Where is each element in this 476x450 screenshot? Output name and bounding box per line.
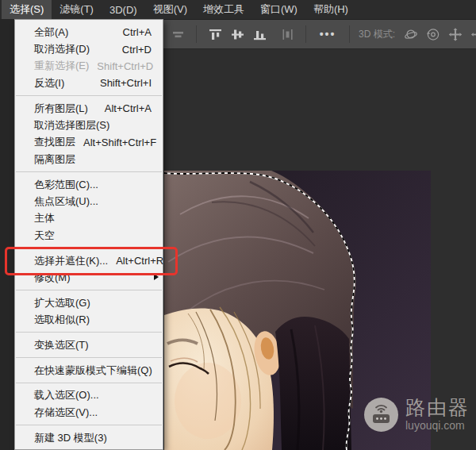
- menu-item-label: 隔离图层: [34, 152, 75, 167]
- menu-separator: [16, 383, 162, 383]
- menu-item-label: 主体: [34, 211, 55, 225]
- menu-item-shortcut: Alt+Shift+Ctrl+F: [75, 137, 156, 148]
- menu-item[interactable]: 修改(M): [15, 269, 163, 286]
- more-options-icon[interactable]: •••: [317, 27, 338, 41]
- menu-item-label: 取消选择(D): [34, 42, 90, 56]
- menu-separator: [16, 332, 162, 333]
- menu-item[interactable]: 新建 3D 模型(3): [15, 429, 163, 446]
- menu-item-label: 焦点区域(U)...: [34, 194, 98, 209]
- menu-item-label: 反选(I): [34, 76, 64, 90]
- roll-3d-icon[interactable]: [426, 27, 440, 41]
- toolbar-separator: [196, 25, 197, 43]
- watermark: 路由器 luyouqi.com: [364, 398, 470, 432]
- menu-item[interactable]: 在快速蒙版模式下编辑(Q): [15, 362, 163, 379]
- menu-item: 重新选择(E)Shift+Ctrl+D: [15, 58, 163, 75]
- photoshop-window: ••• 3D 模式:: [0, 0, 476, 450]
- menu-separator: [16, 357, 162, 358]
- menu-item[interactable]: 全部(A)Ctrl+A: [15, 24, 163, 40]
- menu-item[interactable]: 存储选区(V)...: [15, 404, 163, 421]
- menu-item-shortcut: Shift+Ctrl+D: [89, 60, 153, 72]
- router-logo-icon: [364, 398, 398, 432]
- menu-item[interactable]: 载入选区(O)...: [15, 387, 163, 404]
- align-top-edges-icon[interactable]: [208, 27, 222, 41]
- select-menu: 全部(A)Ctrl+A取消选择(D)Ctrl+D重新选择(E)Shift+Ctr…: [14, 19, 163, 450]
- menubar-item[interactable]: 选择(S): [2, 0, 52, 19]
- menu-item[interactable]: 扩大选取(G): [15, 294, 163, 311]
- menu-item-label: 在快速蒙版模式下编辑(Q): [34, 363, 152, 378]
- menu-item-label: 新建 3D 模型(3): [34, 431, 107, 445]
- menu-separator: [16, 248, 162, 248]
- menu-item[interactable]: 天空: [15, 227, 163, 244]
- toolbar-separator: [349, 25, 350, 43]
- menu-item[interactable]: 查找图层Alt+Shift+Ctrl+F: [15, 134, 163, 151]
- menu-item-label: 取消选择图层(S): [34, 118, 109, 133]
- menu-item[interactable]: 焦点区域(U)...: [15, 193, 163, 210]
- menu-item[interactable]: 隔离图层: [15, 151, 163, 167]
- align-middle-icon[interactable]: [230, 27, 244, 41]
- menu-item-shortcut: Alt+Ctrl+R: [108, 255, 163, 267]
- toolbar-separator: [305, 25, 306, 43]
- menu-separator: [16, 171, 162, 172]
- menu-item-shortcut: Ctrl+D: [114, 44, 152, 56]
- menu-item-label: 所有图层(L): [34, 102, 88, 116]
- menu-item-label: 天空: [34, 229, 55, 243]
- menu-item-shortcut: Shift+Ctrl+I: [92, 77, 152, 89]
- menu-item[interactable]: 色彩范围(C)...: [15, 176, 163, 193]
- menu-separator: [16, 290, 162, 290]
- menubar-item[interactable]: 滤镜(T): [52, 0, 102, 19]
- menu-item-label: 查找图层: [34, 135, 75, 149]
- menu-item-label: 载入选区(O)...: [34, 388, 99, 402]
- menu-separator: [16, 425, 162, 425]
- menubar: 选择(S)滤镜(T)3D(D)视图(V)增效工具窗口(W)帮助(H): [0, 0, 476, 19]
- app-edge-strip: [0, 19, 14, 450]
- menu-item[interactable]: 反选(I)Shift+Ctrl+I: [15, 75, 163, 91]
- menu-item-label: 存储选区(V)...: [34, 406, 98, 420]
- menu-item-label: 选择并遮住(K)...: [34, 254, 108, 268]
- menu-item[interactable]: 取消选择图层(S): [15, 117, 163, 133]
- menu-item[interactable]: 选取相似(R): [15, 311, 163, 328]
- menu-item-label: 变换选区(T): [34, 338, 89, 352]
- menubar-item[interactable]: 窗口(W): [252, 0, 305, 19]
- watermark-url: luyouqi.com: [405, 420, 470, 431]
- menu-item-shortcut: Ctrl+A: [115, 26, 152, 38]
- menubar-item[interactable]: 3D(D): [102, 0, 145, 19]
- menu-item[interactable]: 主体: [15, 210, 163, 227]
- menubar-item[interactable]: 帮助(H): [305, 0, 356, 19]
- menu-item-shortcut: Alt+Ctrl+A: [97, 102, 152, 114]
- orbit-3d-icon[interactable]: [404, 27, 418, 41]
- menu-item-label: 扩大选取(G): [34, 296, 90, 310]
- menu-item[interactable]: 取消选择(D)Ctrl+D: [15, 40, 163, 57]
- menu-item[interactable]: 选择并遮住(K)...Alt+Ctrl+R: [15, 252, 163, 269]
- align-vertical-centers-icon[interactable]: [171, 27, 185, 41]
- menu-item[interactable]: 所有图层(L)Alt+Ctrl+A: [15, 100, 163, 117]
- menu-item[interactable]: 变换选区(T): [15, 337, 163, 353]
- distribute-horizontal-centers-icon[interactable]: [280, 27, 294, 41]
- pan-3d-icon[interactable]: [448, 27, 463, 41]
- menu-item-label: 全部(A): [34, 25, 68, 40]
- menu-separator: [16, 95, 162, 96]
- menu-item-label: 色彩范围(C)...: [34, 178, 98, 192]
- align-bottom-edges-icon[interactable]: [252, 27, 267, 41]
- menubar-item[interactable]: 视图(V): [145, 0, 195, 19]
- menubar-item[interactable]: 增效工具: [195, 0, 252, 19]
- menu-item-label: 选取相似(R): [34, 313, 90, 327]
- submenu-arrow-icon: [154, 274, 159, 280]
- watermark-title: 路由器: [405, 398, 470, 417]
- menu-item-label: 重新选择(E): [34, 59, 89, 73]
- menu-item-label: 修改(M): [34, 271, 71, 285]
- slide-3d-icon[interactable]: [470, 27, 476, 41]
- 3d-mode-label: 3D 模式:: [359, 28, 395, 41]
